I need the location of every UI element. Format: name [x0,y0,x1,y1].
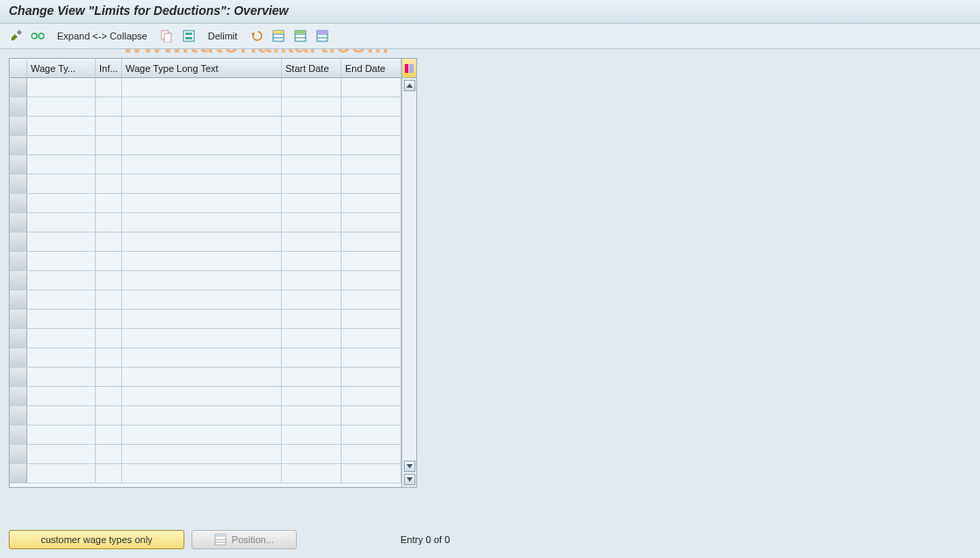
grid-button-1[interactable] [270,27,287,45]
table-settings-button[interactable] [402,59,416,78]
cell-wage-type[interactable] [27,97,96,116]
row-selector[interactable] [10,252,27,270]
cell-end-date[interactable] [342,213,401,232]
row-selector[interactable] [10,426,27,444]
cell-inf[interactable] [96,387,122,405]
cell-long-text[interactable] [122,97,282,116]
cell-end-date[interactable] [342,406,401,425]
table-row[interactable] [10,445,401,464]
cell-end-date[interactable] [342,348,401,367]
cell-start-date[interactable] [282,329,342,347]
cell-long-text[interactable] [122,117,282,135]
cell-long-text[interactable] [122,329,282,347]
delimit-button[interactable]: Delimit [202,27,244,45]
table-row[interactable] [10,290,401,310]
cell-end-date[interactable] [342,175,401,193]
cell-long-text[interactable] [122,310,282,328]
cell-end-date[interactable] [342,136,401,154]
row-selector[interactable] [10,175,27,193]
cell-end-date[interactable] [342,155,401,174]
cell-inf[interactable] [96,464,122,483]
scroll-down-button-2[interactable] [404,474,415,485]
cell-end-date[interactable] [342,117,401,135]
cell-wage-type[interactable] [27,290,96,309]
row-selector[interactable] [10,406,27,425]
row-selector[interactable] [10,271,27,290]
cell-start-date[interactable] [282,194,342,212]
scroll-down-button[interactable] [404,461,415,472]
cell-end-date[interactable] [342,232,401,251]
cell-end-date[interactable] [342,445,401,463]
cell-wage-type[interactable] [27,155,96,174]
cell-wage-type[interactable] [27,194,96,212]
cell-long-text[interactable] [122,78,282,97]
table-row[interactable] [10,78,401,97]
cell-long-text[interactable] [122,232,282,251]
customer-wage-types-button[interactable]: customer wage types only [9,530,184,549]
cell-end-date[interactable] [342,252,401,270]
other-view-button[interactable] [7,27,25,45]
table-row[interactable] [10,155,401,175]
cell-inf[interactable] [96,329,122,347]
cell-start-date[interactable] [282,271,342,290]
cell-long-text[interactable] [122,445,282,463]
cell-end-date[interactable] [342,387,401,405]
cell-wage-type[interactable] [27,387,96,405]
cell-wage-type[interactable] [27,117,96,135]
cell-inf[interactable] [96,97,122,116]
cell-inf[interactable] [96,290,122,309]
cell-inf[interactable] [96,348,122,367]
cell-long-text[interactable] [122,136,282,154]
cell-wage-type[interactable] [27,271,96,290]
cell-inf[interactable] [96,213,122,232]
cell-wage-type[interactable] [27,348,96,367]
cell-wage-type[interactable] [27,252,96,270]
row-selector[interactable] [10,155,27,174]
table-row[interactable] [10,329,401,348]
row-selector[interactable] [10,117,27,135]
cell-wage-type[interactable] [27,445,96,463]
table-row[interactable] [10,426,401,445]
grid-header-end-date[interactable]: End Date [342,59,401,77]
copy-button[interactable] [158,27,176,45]
cell-inf[interactable] [96,175,122,193]
row-selector[interactable] [10,464,27,483]
table-row[interactable] [10,464,401,483]
row-selector[interactable] [10,387,27,405]
grid-header-long-text[interactable]: Wage Type Long Text [122,59,282,77]
cell-start-date[interactable] [282,310,342,328]
row-selector[interactable] [10,194,27,212]
row-selector[interactable] [10,445,27,463]
cell-start-date[interactable] [282,136,342,154]
grid-header-selector[interactable] [10,59,27,77]
table-row[interactable] [10,252,401,271]
grid-header-start-date[interactable]: Start Date [282,59,342,77]
select-all-button[interactable] [180,27,198,45]
table-row[interactable] [10,271,401,290]
cell-long-text[interactable] [122,368,282,386]
cell-inf[interactable] [96,78,122,97]
cell-start-date[interactable] [282,175,342,193]
cell-wage-type[interactable] [27,464,96,483]
cell-inf[interactable] [96,136,122,154]
grid-button-3[interactable] [313,27,331,45]
grid-header-wage-type[interactable]: Wage Ty... [27,59,96,77]
table-row[interactable] [10,136,401,155]
cell-wage-type[interactable] [27,368,96,386]
cell-start-date[interactable] [282,213,342,232]
cell-long-text[interactable] [122,175,282,193]
grid-button-2[interactable] [292,27,309,45]
cell-wage-type[interactable] [27,310,96,328]
row-selector[interactable] [10,232,27,251]
table-row[interactable] [10,232,401,252]
cell-long-text[interactable] [122,213,282,232]
cell-start-date[interactable] [282,464,342,483]
cell-wage-type[interactable] [27,232,96,251]
cell-long-text[interactable] [122,155,282,174]
cell-inf[interactable] [96,445,122,463]
cell-end-date[interactable] [342,78,401,97]
cell-inf[interactable] [96,426,122,444]
cell-long-text[interactable] [122,194,282,212]
cell-start-date[interactable] [282,348,342,367]
cell-start-date[interactable] [282,426,342,444]
